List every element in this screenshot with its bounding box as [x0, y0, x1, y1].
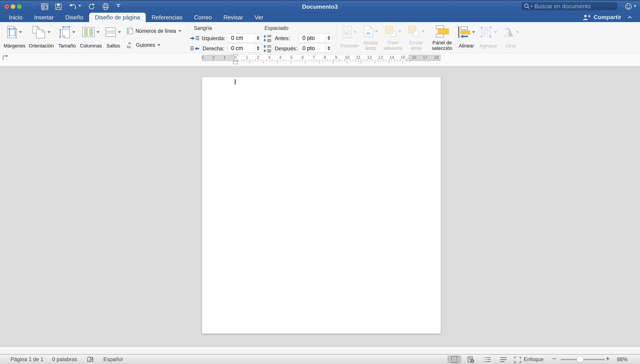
- indent-markers[interactable]: [232, 54, 239, 64]
- spacing-before-stepper[interactable]: [326, 34, 332, 42]
- search-placeholder: Buscar en documento: [534, 3, 591, 10]
- collapse-ribbon-icon[interactable]: [627, 16, 632, 19]
- indent-left-stepper[interactable]: [255, 34, 261, 42]
- breaks-dropdown-caret: [118, 31, 121, 33]
- spacing-before-field[interactable]: 0 pto: [298, 34, 332, 42]
- draft-view-button[interactable]: [496, 356, 510, 364]
- svg-text:3: 3: [127, 32, 128, 34]
- document-page[interactable]: [202, 77, 441, 334]
- word-window: Documento3 Buscar en documento Inicio In…: [0, 0, 640, 364]
- ribbon-group-divider: [456, 25, 456, 49]
- web-layout-view-button[interactable]: [464, 356, 478, 364]
- web-layout-icon: [468, 356, 474, 363]
- columns-button[interactable]: Columnas: [78, 24, 104, 51]
- outline-view-button[interactable]: [480, 356, 494, 364]
- ruler-number: 2: [210, 55, 217, 60]
- spacing-after-label: Después:: [275, 46, 297, 52]
- tab-revisar[interactable]: Revisar: [218, 13, 249, 22]
- group-icon: [480, 26, 492, 38]
- tab-insertar[interactable]: Insertar: [28, 13, 60, 22]
- spacing-after-field[interactable]: 0 pto: [298, 44, 332, 53]
- send-backward-label: Enviaratrás: [409, 40, 423, 51]
- tab-inicio[interactable]: Inicio: [3, 13, 28, 22]
- columns-icon: [82, 27, 95, 37]
- rotate-dropdown-caret: [516, 31, 519, 33]
- indent-right-icon: [190, 46, 200, 52]
- spacing-after-row: Después:: [263, 44, 297, 53]
- margins-dropdown-caret: [19, 31, 22, 33]
- zoom-percentage[interactable]: 88%: [617, 355, 628, 364]
- ruler-number: 1: [244, 55, 250, 60]
- text-cursor: [235, 79, 236, 84]
- share-button[interactable]: Compartir: [583, 14, 632, 21]
- position-icon: [342, 26, 352, 38]
- horizontal-scrollbar-gutter[interactable]: [0, 347, 640, 354]
- hyphenation-label: Guiones: [136, 42, 155, 48]
- focus-mode-label[interactable]: Enfoque: [524, 355, 544, 364]
- bring-forward-icon: [385, 26, 396, 37]
- orientation-label: Orientación: [29, 43, 54, 48]
- print-layout-view-button[interactable]: [448, 356, 461, 364]
- breaks-label: Saltos: [106, 43, 120, 48]
- hyphenation-button[interactable]: a- bc Guiones: [126, 41, 160, 49]
- indent-right-field[interactable]: 0 cm: [227, 44, 261, 53]
- tab-diseno[interactable]: Diseño: [60, 13, 89, 22]
- align-button[interactable]: Alinear: [457, 24, 476, 51]
- zoom-slider-knob[interactable]: [577, 356, 584, 363]
- selection-pane-label: Panel deselección: [432, 40, 452, 51]
- line-numbers-button[interactable]: 1 2 3 Números de línea: [126, 28, 182, 34]
- selection-pane-button[interactable]: Panel deselección: [430, 24, 454, 51]
- status-bar: Página 1 de 1 0 palabras Español: [0, 354, 640, 364]
- word-count-status[interactable]: 0 palabras: [52, 355, 77, 364]
- right-indent-marker[interactable]: [406, 58, 411, 61]
- send-backward-button: Enviaratrás: [406, 24, 426, 51]
- tab-diseno-de-pagina[interactable]: Diseño de página: [89, 13, 146, 22]
- spellcheck-status-icon[interactable]: [87, 356, 94, 363]
- indent-right-stepper[interactable]: [255, 44, 261, 52]
- tab-ver[interactable]: Ver: [249, 13, 269, 22]
- ruler-number: 5: [288, 55, 295, 60]
- ruler-number: 9: [333, 55, 340, 60]
- size-icon: [59, 26, 70, 38]
- margins-button[interactable]: Márgenes: [4, 24, 25, 51]
- titlebar: Documento3 Buscar en documento Inicio In…: [0, 0, 640, 22]
- ribbon-group-divider: [188, 25, 188, 49]
- wrap-text-button: Ajustartexto: [361, 24, 380, 51]
- feedback-dropdown-caret[interactable]: [634, 5, 636, 7]
- columns-dropdown-caret: [96, 31, 100, 33]
- zoom-in-button[interactable]: +: [606, 354, 610, 363]
- orientation-button[interactable]: Orientación: [28, 24, 54, 51]
- line-numbers-icon: 1 2 3: [126, 28, 133, 34]
- indent-right-label: Derecha:: [202, 46, 224, 52]
- tab-selector-icon[interactable]: [2, 54, 10, 60]
- ruler-number: 3: [199, 55, 206, 60]
- language-status[interactable]: Español: [104, 355, 123, 364]
- breaks-button[interactable]: Saltos: [105, 24, 122, 51]
- ribbon: Márgenes Orientación: [0, 22, 640, 53]
- zoom-out-button[interactable]: −: [552, 354, 556, 363]
- margins-icon: [7, 26, 17, 38]
- spacing-after-stepper[interactable]: [326, 44, 332, 52]
- ruler-number: 11: [355, 55, 362, 60]
- document-area[interactable]: [0, 66, 640, 347]
- tab-correo[interactable]: Correo: [188, 13, 218, 22]
- tab-referencias[interactable]: Referencias: [146, 13, 188, 22]
- align-icon: [458, 26, 470, 38]
- indent-left-field[interactable]: 0 cm: [227, 34, 261, 42]
- position-dropdown-caret: [354, 31, 357, 33]
- bring-forward-label: Traeradelante: [384, 40, 402, 51]
- size-button[interactable]: Tamaño: [57, 24, 77, 51]
- rotate-label: Girar: [506, 43, 516, 48]
- margins-label: Márgenes: [4, 43, 26, 48]
- feedback-smiley-icon[interactable]: [624, 2, 632, 10]
- send-backward-icon: [408, 26, 420, 37]
- align-dropdown-caret: [472, 31, 475, 33]
- ruler-band: 321123456789101112131415161718: [0, 53, 640, 66]
- ribbon-group-divider: [336, 25, 336, 49]
- page-count-status[interactable]: Página 1 de 1: [10, 355, 44, 364]
- ruler-number: 7: [310, 55, 317, 60]
- size-dropdown-caret: [72, 31, 75, 33]
- search-input[interactable]: Buscar en documento: [522, 2, 617, 10]
- line-numbers-dropdown-caret: [178, 30, 182, 32]
- focus-mode-icon[interactable]: [514, 356, 522, 363]
